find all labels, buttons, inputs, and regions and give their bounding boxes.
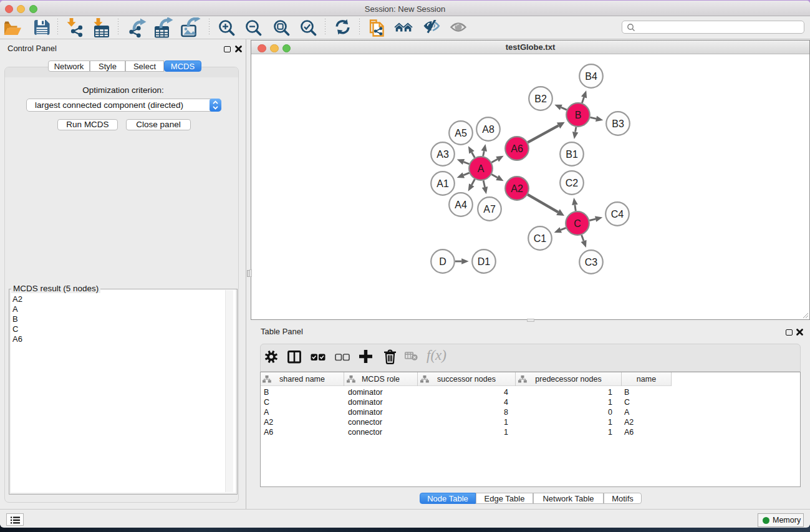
svg-text:A2: A2 (511, 183, 523, 194)
svg-text:A3: A3 (436, 149, 449, 160)
svg-text:A4: A4 (455, 200, 467, 210)
svg-text:B2: B2 (534, 94, 547, 104)
svg-text:A5: A5 (455, 128, 467, 138)
svg-text:A: A (478, 163, 485, 174)
svg-text:B4: B4 (585, 71, 597, 82)
svg-text:C3: C3 (585, 257, 598, 268)
svg-text:C1: C1 (534, 233, 547, 244)
svg-text:A8: A8 (482, 124, 494, 135)
svg-text:B1: B1 (566, 149, 578, 160)
svg-text:D: D (439, 256, 446, 267)
svg-text:A1: A1 (436, 178, 449, 189)
svg-text:C4: C4 (611, 209, 624, 220)
svg-text:B: B (575, 110, 582, 120)
svg-text:B3: B3 (612, 118, 624, 129)
svg-text:C: C (574, 218, 581, 229)
svg-text:A6: A6 (511, 143, 523, 154)
svg-text:C2: C2 (566, 178, 579, 188)
svg-text:A7: A7 (483, 204, 496, 215)
svg-text:D1: D1 (478, 256, 491, 267)
